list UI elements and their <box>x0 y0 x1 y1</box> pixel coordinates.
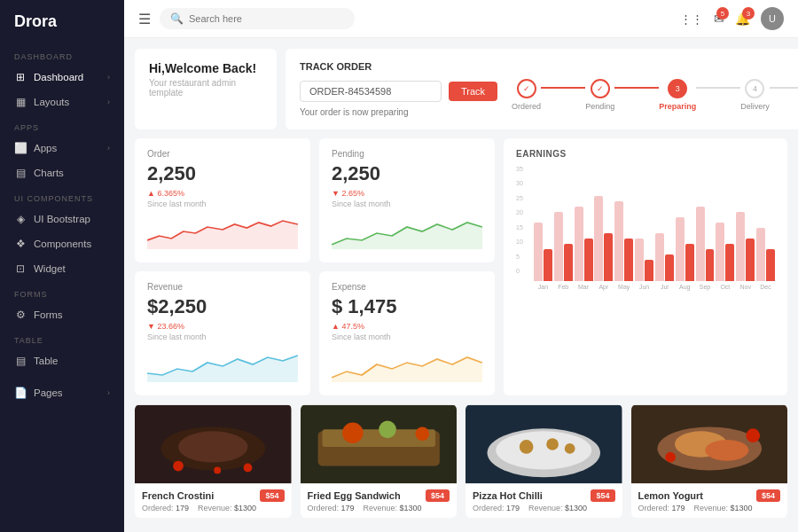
step-circle-delivery: 4 <box>745 79 764 98</box>
step-ordered: ✓ Ordered <box>512 79 541 111</box>
svg-point-23 <box>665 452 676 463</box>
food-info-fried-egg-sandwich: Fried Egg Sandwich $54 Ordered: 179 Reve… <box>301 484 458 518</box>
food-revenue-fried-egg-sandwich: $1300 <box>400 504 422 512</box>
food-meta-fried-egg-sandwich: Ordered: 179 Revenue: $1300 <box>308 504 450 512</box>
stat-label-revenue: Revenue <box>147 282 298 292</box>
bar-light <box>635 239 644 281</box>
stat-change-revenue: ▼ 23.66% <box>147 322 298 331</box>
bar-label: Jan <box>538 284 548 290</box>
sidebar-item-pages[interactable]: 📄 Pages › <box>0 380 124 405</box>
section-label-apps: APPS <box>0 114 124 136</box>
apps-icon: ⬜ <box>14 142 27 154</box>
bar-label: Feb <box>558 284 568 290</box>
bar-label: Dec <box>760 284 771 290</box>
mini-chart-expense <box>332 347 482 382</box>
sidebar-item-table[interactable]: ▤ Table <box>0 348 124 373</box>
y-label: 0 <box>516 268 532 274</box>
bar-group: May <box>614 201 633 290</box>
chevron-icon: › <box>107 144 110 153</box>
bar-light <box>655 233 664 281</box>
pages-icon: 📄 <box>14 387 27 399</box>
y-label: 25 <box>516 195 532 201</box>
bar-label: Mar <box>578 284 589 290</box>
food-info-pizza-hot-chilli: Pizza Hot Chilli $54 Ordered: 179 Revenu… <box>466 484 622 518</box>
sidebar-item-forms[interactable]: ⚙ Forms <box>0 302 124 327</box>
bar-group: Jan <box>534 223 552 290</box>
search-input[interactable] <box>189 13 344 24</box>
stat-value-expense: $ 1,475 <box>332 295 482 318</box>
sidebar-item-layouts[interactable]: ▦ Layouts › <box>0 90 124 114</box>
header: ☰ 🔍 ⋮⋮ ✉ 5 🔔 3 U <box>124 0 798 38</box>
step-circle-pending: ✓ <box>591 79 610 98</box>
food-revenue-pizza-hot-chilli: $1300 <box>565 504 587 512</box>
sidebar-item-label: Pages <box>34 387 63 398</box>
food-info-french-crostini: French Crostini $54 Ordered: 179 Revenue… <box>135 484 292 518</box>
sidebar-item-widget[interactable]: ⊡ Widget <box>0 256 124 281</box>
step-line-4 <box>770 87 798 89</box>
sidebar-item-bootstrap[interactable]: ◈ UI Bootstrap <box>0 207 124 231</box>
bar-light <box>676 217 685 281</box>
welcome-title: Hi,Welcome Back! <box>149 61 262 75</box>
widget-icon: ⊡ <box>14 262 27 275</box>
stat-since-pending: Since last month <box>332 200 482 208</box>
food-name-fried-egg-sandwich: Fried Egg Sandwich <box>308 490 401 501</box>
bootstrap-icon: ◈ <box>14 213 27 225</box>
bar-label: May <box>618 284 630 290</box>
avatar[interactable]: U <box>761 7 784 30</box>
bell-icon[interactable]: 🔔 3 <box>735 12 750 26</box>
search-icon: 🔍 <box>170 12 184 25</box>
food-revenue-lemon-yogurt: $1300 <box>731 504 753 512</box>
sidebar-item-label: UI Bootstrap <box>34 214 90 224</box>
bar-red <box>746 239 755 281</box>
bar-group: Aug <box>676 217 694 290</box>
bar-red <box>624 239 633 281</box>
bar-light <box>534 223 543 281</box>
bar-red <box>564 244 573 281</box>
track-button[interactable]: Track <box>449 82 497 101</box>
table-icon: ▤ <box>14 355 27 367</box>
order-id-input[interactable] <box>300 81 442 102</box>
bar-light <box>696 207 705 281</box>
food-info-lemon-yogurt: Lemon Yogurt $54 Ordered: 179 Revenue: $… <box>631 484 788 518</box>
y-label: 5 <box>516 254 532 260</box>
grid-icon[interactable]: ⋮⋮ <box>680 12 703 26</box>
food-image-pizza-hot-chilli <box>466 404 622 484</box>
mini-chart-pending <box>332 214 482 249</box>
step-pending: ✓ Pending <box>585 79 614 111</box>
welcome-card: Hi,Welcome Back! Your restaurant admin t… <box>135 49 277 129</box>
food-name-french-crostini: French Crostini <box>142 490 214 501</box>
stat-since-revenue: Since last month <box>147 332 298 341</box>
food-price-fried-egg-sandwich: $54 <box>426 489 450 502</box>
bar-group: Oct <box>716 223 734 290</box>
food-meta-lemon-yogurt: Ordered: 179 Revenue: $1300 <box>638 504 781 512</box>
dashboard-icon: ⊞ <box>14 71 27 83</box>
search-bar[interactable]: 🔍 <box>160 8 355 29</box>
food-image-french-crostini <box>135 404 292 484</box>
mail-icon[interactable]: ✉ 5 <box>714 12 724 26</box>
svg-point-22 <box>746 428 760 442</box>
chevron-icon: › <box>107 73 110 82</box>
step-line-1 <box>541 87 585 89</box>
bar-label: Jul <box>661 284 669 290</box>
sidebar: Drora DASHBOARD ⊞ Dashboard › ▦ Layouts … <box>0 0 124 532</box>
sidebar-item-label: Table <box>34 356 59 366</box>
bar-red <box>685 244 694 281</box>
stat-change-expense: ▲ 47.5% <box>332 322 482 331</box>
sidebar-item-charts[interactable]: ▤ Charts <box>0 160 124 185</box>
step-label-preparing: Preparing <box>659 102 696 111</box>
hamburger-icon[interactable]: ☰ <box>138 11 151 27</box>
bar-label: Sep <box>700 284 710 290</box>
sidebar-item-apps[interactable]: ⬜ Apps › <box>0 136 124 160</box>
bar-red <box>645 260 653 281</box>
sidebar-item-dashboard[interactable]: ⊞ Dashboard › <box>0 65 124 90</box>
food-meta-pizza-hot-chilli: Ordered: 179 Revenue: $1300 <box>473 504 615 512</box>
bar-red <box>706 249 715 281</box>
svg-point-14 <box>496 431 591 469</box>
section-label-table: TABLE <box>0 327 124 348</box>
step-line-3 <box>696 87 740 89</box>
sidebar-item-components[interactable]: ❖ Components <box>0 231 124 256</box>
stat-label-order: Order <box>147 149 298 159</box>
track-order-left: TRACK ORDER Track Your order is now prep… <box>300 61 497 117</box>
chevron-icon: › <box>107 388 110 397</box>
y-label: 20 <box>516 209 532 215</box>
